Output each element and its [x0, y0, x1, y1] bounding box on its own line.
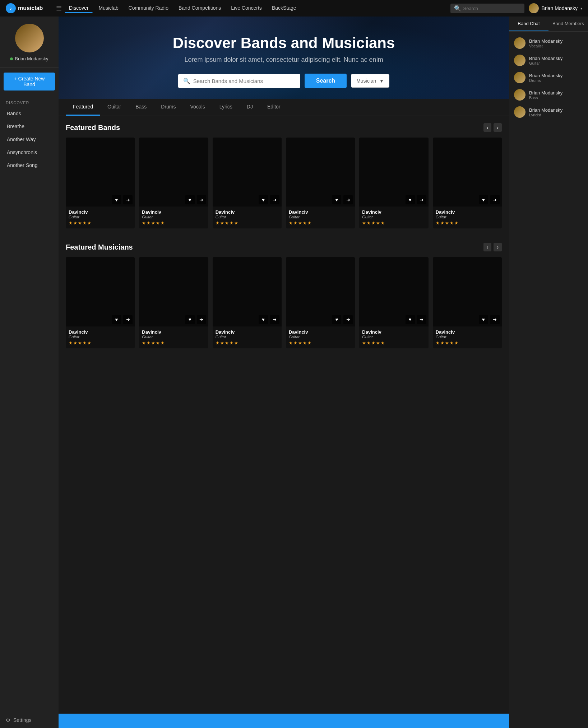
logo[interactable]: ♪ musiclab	[6, 3, 49, 13]
category-tab-lyrics[interactable]: Lyrics	[212, 99, 240, 116]
card-name: Davinciv	[216, 329, 279, 335]
card-join-button[interactable]: ➜	[490, 195, 500, 204]
card-favorite-button[interactable]: ♥	[259, 195, 268, 204]
category-tab-drums[interactable]: Drums	[154, 99, 183, 116]
sidebar-settings[interactable]: ⚙ Settings	[0, 712, 59, 728]
star-icon: ★	[450, 221, 454, 226]
card-join-button[interactable]: ➜	[343, 195, 353, 204]
star-icon: ★	[454, 340, 458, 346]
featured-musicians-next-button[interactable]: ›	[494, 243, 502, 251]
hamburger-menu[interactable]: ☰	[56, 4, 62, 12]
band-member-item: Brian Modansky Lyricist	[509, 103, 588, 121]
card-body: Davinciv Guitar ★★★★★	[433, 326, 502, 348]
create-new-band-button[interactable]: + Create New Band	[4, 73, 55, 91]
music-card[interactable]: ♥ ➜ Davinciv Guitar ★★★★★	[359, 138, 428, 228]
nav-user[interactable]: Brian Modansky ▾	[529, 3, 582, 13]
card-favorite-button[interactable]: ♥	[185, 315, 195, 324]
right-tab-band-members[interactable]: Band Members	[548, 17, 588, 31]
card-join-button[interactable]: ➜	[123, 195, 133, 204]
card-favorite-button[interactable]: ♥	[406, 315, 415, 324]
star-icon: ★	[436, 340, 440, 346]
music-card[interactable]: ♥ ➜ Davinciv Guitar ★★★★★	[433, 257, 502, 348]
nav-username: Brian Modansky	[542, 5, 578, 11]
card-favorite-button[interactable]: ♥	[479, 195, 488, 204]
star-icon: ★	[147, 340, 151, 346]
card-role: Guitar	[362, 335, 425, 339]
member-name: Brian Modansky	[529, 56, 562, 61]
music-card[interactable]: ♥ ➜ Davinciv Guitar ★★★★★	[213, 257, 282, 348]
card-name: Davinciv	[289, 209, 352, 215]
music-card[interactable]: ♥ ➜ Davinciv Guitar ★★★★★	[139, 257, 208, 348]
card-join-button[interactable]: ➜	[123, 315, 133, 324]
nav-search-box[interactable]: 🔍	[450, 4, 524, 13]
sidebar-item-another-way[interactable]: Another Way	[0, 133, 59, 146]
sidebar-item-bands[interactable]: Bands	[0, 107, 59, 120]
nav-link-discover[interactable]: Discover	[65, 4, 93, 13]
card-favorite-button[interactable]: ♥	[259, 315, 268, 324]
card-join-button[interactable]: ➜	[197, 315, 206, 324]
category-tab-editor[interactable]: Editor	[260, 99, 288, 116]
member-avatar	[514, 72, 526, 83]
card-join-button[interactable]: ➜	[343, 315, 353, 324]
music-card[interactable]: ♥ ➜ Davinciv Guitar ★★★★★	[139, 138, 208, 228]
card-favorite-button[interactable]: ♥	[112, 195, 121, 204]
card-favorite-button[interactable]: ♥	[479, 315, 488, 324]
top-navigation: ♪ musiclab ☰ DiscoverMusiclabCommunity R…	[0, 0, 588, 17]
card-stars: ★★★★★	[362, 340, 425, 346]
star-icon: ★	[73, 340, 77, 346]
card-favorite-button[interactable]: ♥	[112, 315, 121, 324]
card-favorite-button[interactable]: ♥	[406, 195, 415, 204]
sidebar-item-ansynchronis[interactable]: Ansynchronis	[0, 146, 59, 159]
card-join-button[interactable]: ➜	[270, 315, 279, 324]
category-tab-guitar[interactable]: Guitar	[100, 99, 128, 116]
star-icon: ★	[83, 221, 87, 226]
music-card[interactable]: ♥ ➜ Davinciv Guitar ★★★★★	[286, 257, 355, 348]
card-join-button[interactable]: ➜	[417, 195, 426, 204]
hero-search-input[interactable]	[193, 78, 295, 84]
hero-subtitle: Lorem ipsum dolor sit amet, consectetur …	[66, 56, 502, 64]
hero-musician-dropdown[interactable]: Musician ▼	[351, 74, 389, 88]
star-icon: ★	[298, 221, 302, 226]
star-icon: ★	[225, 340, 229, 346]
music-card[interactable]: ♥ ➜ Davinciv Guitar ★★★★★	[433, 138, 502, 228]
music-card[interactable]: ♥ ➜ Davinciv Guitar ★★★★★	[359, 257, 428, 348]
featured-bands-next-button[interactable]: ›	[494, 123, 502, 132]
star-icon: ★	[293, 221, 297, 226]
card-name: Davinciv	[362, 329, 425, 335]
sidebar-item-another-song[interactable]: Another Song	[0, 159, 59, 172]
featured-musicians-prev-button[interactable]: ‹	[483, 243, 492, 251]
category-tab-vocals[interactable]: Vocals	[183, 99, 212, 116]
category-tab-bass[interactable]: Bass	[128, 99, 154, 116]
category-tab-dj[interactable]: DJ	[240, 99, 260, 116]
card-join-button[interactable]: ➜	[270, 195, 279, 204]
nav-link-band-competitions[interactable]: Band Competitions	[174, 4, 225, 13]
sidebar-profile: Brian Modansky	[0, 17, 59, 68]
nav-link-backstage[interactable]: BackStage	[268, 4, 301, 13]
nav-link-musiclab[interactable]: Musiclab	[94, 4, 122, 13]
star-icon: ★	[440, 340, 444, 346]
hero-search-box[interactable]: 🔍	[178, 74, 300, 88]
star-icon: ★	[151, 221, 155, 226]
card-join-button[interactable]: ➜	[417, 315, 426, 324]
card-favorite-button[interactable]: ♥	[185, 195, 195, 204]
music-card[interactable]: ♥ ➜ Davinciv Guitar ★★★★★	[66, 138, 135, 228]
card-join-button[interactable]: ➜	[490, 315, 500, 324]
sidebar-item-breathe[interactable]: Breathe	[0, 120, 59, 133]
music-card[interactable]: ♥ ➜ Davinciv Guitar ★★★★★	[213, 138, 282, 228]
nav-link-live-concerts[interactable]: Live Concerts	[227, 4, 266, 13]
nav-link-community-radio[interactable]: Community Radio	[124, 4, 173, 13]
right-tab-band-chat[interactable]: Band Chat	[509, 17, 548, 31]
card-favorite-button[interactable]: ♥	[332, 315, 341, 324]
category-tab-featured[interactable]: Featured	[66, 99, 100, 116]
nav-search-input[interactable]	[463, 6, 521, 11]
featured-bands-prev-button[interactable]: ‹	[483, 123, 492, 132]
music-card[interactable]: ♥ ➜ Davinciv Guitar ★★★★★	[66, 257, 135, 348]
star-icon: ★	[376, 221, 380, 226]
hero-search-button[interactable]: Search	[305, 74, 347, 88]
card-actions: ♥ ➜	[112, 195, 133, 204]
card-join-button[interactable]: ➜	[197, 195, 206, 204]
music-card[interactable]: ♥ ➜ Davinciv Guitar ★★★★★	[286, 138, 355, 228]
card-favorite-button[interactable]: ♥	[332, 195, 341, 204]
right-panel: Band ChatBand Members Brian Modansky Voc…	[509, 0, 588, 728]
nav-chevron-icon: ▾	[580, 6, 582, 10]
